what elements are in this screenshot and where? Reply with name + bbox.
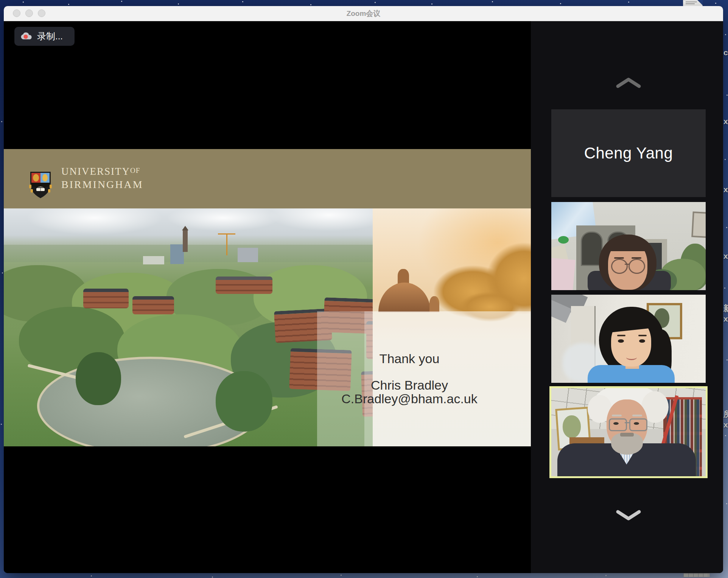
scroll-down-button[interactable] [615, 509, 642, 521]
desktop-label-fragment: c [723, 48, 728, 57]
window-title: Zoom会议 [4, 6, 723, 21]
active-speaker-tile[interactable] [549, 386, 708, 478]
desktop-label-fragment: x [723, 421, 728, 429]
desktop-label-fragment: 所 [723, 410, 728, 418]
file-icon-text-line [686, 2, 697, 2]
window-titlebar[interactable]: Zoom会议 [4, 6, 723, 21]
campus-photo: Thank you Chris Bradley C.Bradley@bham.a… [4, 208, 531, 446]
participant-video-tile[interactable] [551, 202, 706, 290]
university-crest-icon [28, 170, 53, 200]
participant-video-tile[interactable] [551, 295, 706, 383]
presenter-name: Chris Bradley [325, 378, 494, 392]
recording-indicator[interactable]: 录制... [14, 27, 75, 46]
scroll-up-button[interactable] [615, 77, 642, 89]
slide-banner: UNIVERSITYOF BIRMINGHAM [4, 149, 531, 208]
participant-video [551, 388, 706, 476]
university-wordmark: UNIVERSITYOF BIRMINGHAM [61, 166, 143, 191]
desktop-file-icon[interactable] [683, 0, 703, 6]
recording-cloud-icon [20, 32, 33, 41]
desktop-label-fragment: x [723, 185, 728, 194]
participant-name: Cheng Yang [584, 144, 673, 162]
chevron-up-icon [615, 77, 642, 89]
desktop-label-fragment: x [723, 315, 728, 323]
desktop-label-fragment: 新 [723, 304, 728, 312]
presenter-email: C.Bradley@bham.ac.uk [325, 392, 494, 406]
recording-label: 录制... [37, 30, 63, 42]
participants-panel: Cheng Yang [531, 21, 723, 573]
participant-tile-cheng-yang[interactable]: Cheng Yang [551, 109, 706, 197]
desktop: c x x x 新 x 所 x Zoom会议 录制... [0, 0, 728, 578]
participant-video [551, 202, 706, 290]
desktop-label-fragment: x [723, 252, 728, 260]
shared-screen-area: 录制... [4, 21, 531, 573]
thank-you-text: Thank you [325, 352, 494, 365]
zoom-meeting-window: Zoom会议 录制... [4, 6, 723, 573]
desktop-label-fragment: x [723, 117, 728, 126]
chevron-down-icon [615, 509, 642, 521]
dome-silhouette [378, 283, 431, 312]
background-window-fragment [683, 573, 710, 577]
participant-video [551, 295, 706, 383]
file-icon-text-line [686, 3, 695, 4]
